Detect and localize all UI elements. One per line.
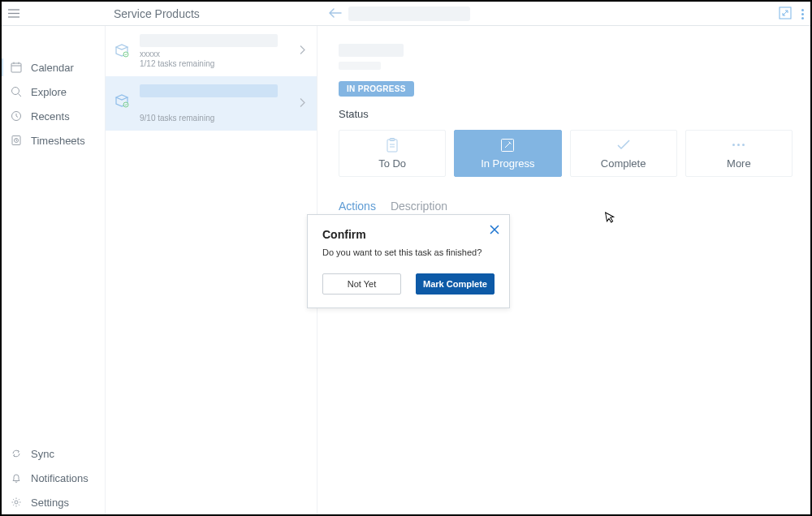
- list-item-subtitle2: 9/10 tasks remaining: [140, 114, 305, 123]
- list-item[interactable]: xxxxx 1/12 tasks remaining: [106, 26, 317, 76]
- svg-point-13: [15, 501, 18, 504]
- app-window: Service Products Calendar: [0, 0, 812, 516]
- back-icon[interactable]: [329, 7, 342, 21]
- status-card-label: To Do: [378, 157, 406, 170]
- service-product-list: xxxxx 1/12 tasks remaining 9/10 tasks re…: [106, 26, 317, 514]
- page-title: Service Products: [114, 7, 200, 20]
- bell-icon: [10, 471, 23, 484]
- timesheet-icon: [10, 134, 23, 147]
- nav-item-calendar[interactable]: Calendar: [2, 55, 105, 80]
- app-header: Service Products: [2, 2, 810, 26]
- sync-icon: [10, 447, 23, 460]
- status-card-todo[interactable]: To Do: [339, 130, 446, 177]
- nav-item-settings[interactable]: Settings: [2, 490, 105, 514]
- nav-label: Calendar: [31, 62, 74, 74]
- nav-label: Recents: [31, 110, 70, 123]
- svg-rect-16: [387, 140, 397, 152]
- more-icon: [732, 138, 746, 153]
- detail-title-redacted: [339, 44, 404, 57]
- status-card-in-progress[interactable]: In Progress: [454, 130, 561, 177]
- status-badge: IN PROGRESS: [339, 81, 414, 97]
- box-icon: [114, 92, 130, 109]
- dialog-message: Do you want to set this task as finished…: [322, 247, 495, 257]
- status-section-label: Status: [339, 108, 793, 120]
- status-card-complete[interactable]: Complete: [570, 130, 677, 177]
- nav-label: Settings: [31, 497, 69, 509]
- expand-icon[interactable]: [779, 6, 792, 22]
- status-card-label: More: [727, 157, 751, 170]
- gear-icon: [10, 496, 23, 509]
- status-card-label: In Progress: [481, 157, 534, 170]
- chevron-right-icon: [300, 45, 305, 58]
- nav-label: Notifications: [31, 472, 89, 484]
- header-breadcrumb-redacted: [348, 6, 470, 21]
- detail-subtitle-redacted: [339, 62, 381, 70]
- status-card-more[interactable]: More: [685, 130, 793, 177]
- nav-label: Timesheets: [31, 135, 85, 147]
- svg-line-9: [19, 94, 22, 97]
- overflow-menu-icon[interactable]: [801, 9, 804, 19]
- clipboard-icon: [385, 138, 400, 153]
- confirm-dialog: Confirm Do you want to set this task as …: [307, 214, 510, 308]
- svg-point-8: [12, 88, 19, 95]
- list-item-title-redacted: [140, 84, 278, 97]
- menu-icon[interactable]: [2, 2, 26, 26]
- nav-label: Explore: [31, 86, 67, 98]
- edit-icon: [500, 138, 515, 153]
- mark-complete-button[interactable]: Mark Complete: [416, 273, 495, 295]
- calendar-icon: [10, 61, 23, 74]
- clock-icon: [10, 110, 23, 123]
- nav-label: Sync: [31, 448, 54, 460]
- dialog-title: Confirm: [322, 228, 495, 241]
- list-item-subtitle1: xxxxx: [140, 49, 305, 58]
- nav-item-sync[interactable]: Sync: [2, 441, 105, 466]
- not-yet-button[interactable]: Not Yet: [322, 273, 401, 295]
- sidebar-nav: Calendar Explore Recents Timesheets: [2, 26, 106, 514]
- list-item-title-redacted: [140, 34, 278, 47]
- status-card-label: Complete: [601, 157, 646, 170]
- chevron-right-icon: [300, 97, 305, 110]
- nav-item-notifications[interactable]: Notifications: [2, 466, 105, 490]
- list-item[interactable]: 9/10 tasks remaining: [106, 76, 317, 131]
- box-icon: [114, 42, 130, 58]
- list-item-subtitle2: 1/12 tasks remaining: [140, 59, 305, 68]
- check-icon: [616, 138, 631, 153]
- nav-item-recents[interactable]: Recents: [2, 104, 105, 128]
- svg-rect-4: [11, 63, 21, 72]
- nav-item-timesheets[interactable]: Timesheets: [2, 128, 105, 153]
- search-icon: [10, 85, 23, 98]
- close-icon[interactable]: [490, 225, 499, 237]
- nav-item-explore[interactable]: Explore: [2, 80, 105, 104]
